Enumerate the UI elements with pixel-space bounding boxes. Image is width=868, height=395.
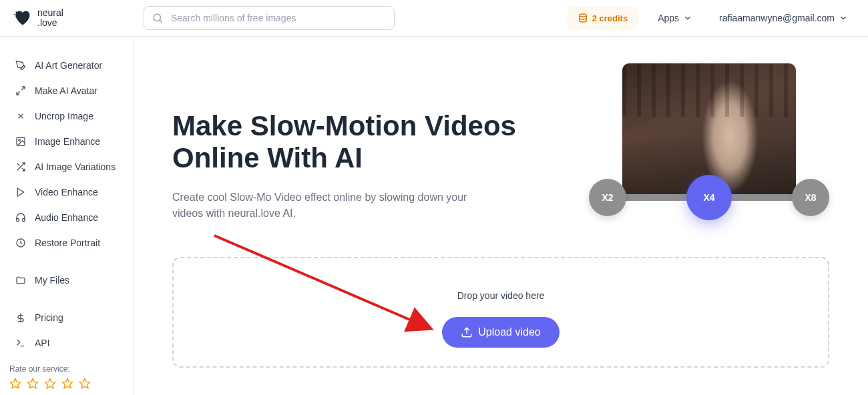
speed-slider[interactable]: X2 X4 X8 (589, 171, 829, 224)
rate-section: Rate our service: (0, 359, 100, 395)
chevron-down-icon (683, 13, 692, 23)
svg-marker-13 (80, 379, 90, 388)
chevron-down-icon (839, 13, 848, 23)
hero: Make Slow-Motion Videos Online With AI C… (172, 63, 829, 224)
hero-text: Make Slow-Motion Videos Online With AI C… (172, 63, 562, 222)
main-content: Make Slow-Motion Videos Online With AI C… (134, 37, 868, 395)
sidebar-item-label: Audio Enhance (35, 212, 98, 223)
svg-point-2 (15, 16, 17, 17)
logo[interactable]: neural .love (13, 8, 63, 29)
slider-option-x4[interactable]: X4 (686, 175, 732, 220)
page-title: Make Slow-Motion Videos Online With AI (172, 110, 562, 175)
shuffle-icon (15, 161, 27, 173)
sidebar: AI Art Generator Make AI Avatar Uncrop I… (0, 37, 134, 395)
search-icon (152, 12, 164, 24)
search-input[interactable] (144, 6, 395, 30)
sidebar-item-label: Image Enhance (35, 136, 100, 147)
sidebar-item-ai-art-generator[interactable]: AI Art Generator (0, 53, 133, 78)
sidebar-item-my-files[interactable]: My Files (0, 268, 133, 293)
rating-stars (9, 378, 91, 390)
svg-point-6 (19, 139, 21, 141)
svg-marker-9 (11, 379, 21, 388)
svg-marker-7 (17, 188, 23, 196)
svg-marker-10 (28, 379, 38, 388)
star-icon[interactable] (79, 378, 91, 390)
svg-marker-11 (45, 379, 55, 388)
sidebar-item-restore-portrait[interactable]: Restore Portrait (0, 230, 133, 256)
page-desc: Create cool Slow-Mo Video effect online … (172, 189, 479, 222)
sidebar-item-label: Restore Portrait (35, 238, 100, 248)
slider-option-x8[interactable]: X8 (792, 179, 829, 216)
sidebar-item-label: Make AI Avatar (35, 85, 97, 96)
terminal-icon (15, 337, 27, 349)
svg-point-1 (14, 14, 15, 15)
headphones-icon (15, 212, 27, 224)
credits-button[interactable]: 2 credits (568, 7, 638, 29)
pen-icon (15, 59, 27, 71)
star-icon[interactable] (9, 378, 21, 390)
user-dropdown[interactable]: rafiaamanwyne@gmail.com (712, 9, 855, 27)
restore-icon (15, 237, 27, 249)
svg-point-0 (15, 11, 17, 13)
sidebar-item-pricing[interactable]: Pricing (0, 305, 133, 330)
sidebar-item-uncrop-image[interactable]: Uncrop Image (0, 103, 133, 129)
svg-point-4 (579, 14, 586, 17)
dropzone-label: Drop your video here (187, 290, 815, 301)
image-icon (15, 135, 27, 147)
header: neural .love 2 credits Apps rafiaamanwyn… (0, 0, 868, 37)
dollar-icon (15, 312, 27, 324)
star-icon[interactable] (61, 378, 73, 390)
hero-visual: X2 X4 X8 (589, 63, 829, 224)
sidebar-item-image-enhance[interactable]: Image Enhance (0, 129, 133, 154)
expand-icon (15, 85, 27, 97)
uncrop-icon (15, 110, 27, 122)
sidebar-item-label: My Files (35, 275, 69, 286)
svg-point-3 (154, 14, 161, 21)
logo-icon (13, 9, 32, 27)
star-icon[interactable] (44, 378, 56, 390)
slider-option-x2[interactable]: X2 (589, 179, 626, 216)
svg-marker-12 (63, 379, 73, 388)
star-icon[interactable] (27, 378, 39, 390)
sidebar-item-label: Pricing (35, 312, 63, 323)
sidebar-item-api[interactable]: API (0, 330, 133, 356)
upload-dropzone[interactable]: Drop your video here Upload video (172, 257, 829, 368)
apps-dropdown[interactable]: Apps (651, 9, 699, 27)
credits-icon (578, 13, 588, 23)
sidebar-item-label: AI Art Generator (35, 60, 102, 71)
rate-label: Rate our service: (9, 364, 91, 374)
search-wrap (144, 6, 395, 30)
sidebar-item-label: API (35, 338, 50, 348)
sidebar-item-ai-image-variations[interactable]: AI Image Variations (0, 154, 133, 179)
play-icon (15, 186, 27, 198)
sidebar-item-make-ai-avatar[interactable]: Make AI Avatar (0, 78, 133, 103)
sidebar-item-label: Video Enhance (35, 187, 98, 198)
folder-icon (15, 274, 27, 286)
upload-icon (461, 326, 473, 338)
sidebar-item-audio-enhance[interactable]: Audio Enhance (0, 205, 133, 230)
logo-text: neural .love (37, 8, 63, 29)
sidebar-item-video-enhance[interactable]: Video Enhance (0, 179, 133, 205)
upload-button[interactable]: Upload video (442, 317, 559, 348)
sidebar-item-label: AI Image Variations (35, 161, 116, 172)
sidebar-item-label: Uncrop Image (35, 111, 93, 121)
